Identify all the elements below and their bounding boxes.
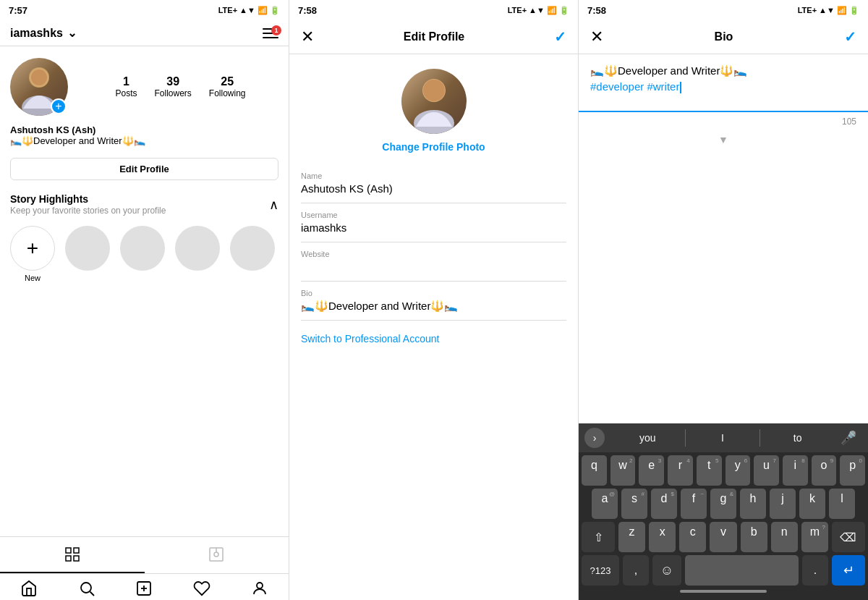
following-stat[interactable]: 25 Following	[209, 75, 246, 98]
shift-key[interactable]: ⇧	[582, 522, 615, 552]
tagged-icon	[208, 546, 225, 563]
highlights-collapse-icon[interactable]: ∧	[269, 197, 278, 213]
bio-header: ✕ Bio ✓	[579, 20, 868, 54]
bio-save-button[interactable]: ✓	[844, 28, 856, 46]
suggestion-i[interactable]: I	[686, 432, 760, 444]
comma-key[interactable]: ,	[623, 555, 649, 586]
heart-icon	[193, 580, 210, 597]
bio-field-group[interactable]: Bio 🛌🔱Developer and Writer🔱🛌	[301, 282, 566, 321]
key-i[interactable]: i8	[783, 455, 808, 486]
status-bar-1: 7:57 LTE+ ▲▼ 📶 🔋	[0, 0, 289, 20]
highlights-subtitle: Keep your favorite stories on your profi…	[10, 206, 166, 216]
swipe-down-indicator[interactable]: ▼	[579, 131, 868, 148]
key-o[interactable]: o9	[812, 455, 837, 486]
emoji-key[interactable]: ☺	[652, 555, 681, 586]
key-q[interactable]: q	[582, 455, 607, 486]
tab-tagged[interactable]	[145, 537, 289, 573]
name-input[interactable]	[301, 182, 566, 195]
bio-field-value: 🛌🔱Developer and Writer🔱🛌	[301, 300, 566, 313]
switch-pro-button[interactable]: Switch to Professional Account	[301, 333, 439, 345]
backspace-key[interactable]: ⌫	[832, 522, 865, 552]
space-key[interactable]	[685, 555, 799, 586]
enter-key[interactable]: ↵	[832, 555, 865, 586]
highlights-header-text: Story Highlights Keep your favorite stor…	[10, 193, 166, 216]
key-x[interactable]: x	[649, 522, 676, 552]
key-p[interactable]: p0	[840, 455, 865, 486]
menu-icon[interactable]: 1	[263, 28, 278, 38]
tab-grid[interactable]	[0, 537, 145, 573]
close-button[interactable]: ✕	[301, 28, 314, 46]
mic-icon[interactable]: 🎤	[835, 430, 862, 446]
home-indicator	[680, 590, 767, 593]
key-k[interactable]: k	[799, 489, 825, 519]
key-e[interactable]: e3	[639, 455, 664, 486]
key-z[interactable]: z	[618, 522, 645, 552]
key-y[interactable]: y6	[726, 455, 751, 486]
username-input[interactable]	[301, 221, 566, 234]
nav-profile[interactable]	[231, 580, 289, 597]
highlights-header: Story Highlights Keep your favorite stor…	[10, 193, 278, 216]
status-icons-1: LTE+ ▲▼ 📶 🔋	[218, 6, 280, 15]
nav-heart[interactable]	[173, 580, 231, 597]
svg-point-9	[214, 552, 218, 557]
profile-panel: 7:57 LTE+ ▲▼ 📶 🔋 iamashks ⌄ 1	[0, 0, 289, 600]
status-bar-3: 7:58 LTE+ ▲▼ 📶 🔋	[579, 0, 868, 20]
grid-icon	[64, 546, 81, 563]
key-l[interactable]: l	[829, 489, 855, 519]
new-highlight-circle[interactable]: +	[10, 226, 55, 271]
posts-stat[interactable]: 1 Posts	[115, 75, 137, 98]
add-icon	[135, 580, 153, 597]
highlights-title: Story Highlights	[10, 193, 166, 205]
key-b[interactable]: b	[741, 522, 767, 552]
nav-add[interactable]	[116, 580, 174, 597]
highlight-empty-1	[65, 226, 110, 271]
key-g[interactable]: g&	[710, 489, 736, 519]
svg-rect-6	[66, 556, 71, 561]
key-r[interactable]: r4	[668, 455, 693, 486]
change-photo-button[interactable]: Change Profile Photo	[382, 141, 485, 153]
nav-home[interactable]	[0, 580, 58, 597]
key-c[interactable]: c	[679, 522, 706, 552]
key-w[interactable]: w2	[610, 455, 636, 486]
suggestion-to[interactable]: to	[760, 432, 835, 444]
keyboard: › you I to 🎤 q w2 e3 r4 t5 y6 u7 i8 o9 p…	[579, 423, 868, 600]
key-a[interactable]: a@	[592, 489, 618, 519]
time-1: 7:57	[9, 5, 27, 16]
following-label: Following	[209, 88, 246, 98]
bio-close-button[interactable]: ✕	[590, 28, 603, 46]
edit-profile-button[interactable]: Edit Profile	[10, 158, 278, 180]
website-label: Website	[301, 250, 566, 258]
bio-panel: 7:58 LTE+ ▲▼ 📶 🔋 ✕ Bio ✓ 🛌🔱Developer and…	[579, 0, 868, 600]
key-t[interactable]: t5	[697, 455, 722, 486]
followers-stat[interactable]: 39 Followers	[154, 75, 191, 98]
followers-label: Followers	[154, 88, 191, 98]
key-v[interactable]: v	[710, 522, 736, 552]
key-u[interactable]: u7	[754, 455, 779, 486]
nav-search[interactable]	[58, 580, 116, 597]
edit-profile-header: ✕ Edit Profile ✓	[289, 20, 578, 54]
highlight-empty-3	[175, 226, 220, 271]
new-highlight-item[interactable]: + New	[10, 226, 55, 282]
website-input[interactable]	[301, 261, 566, 273]
suggestion-you[interactable]: you	[610, 432, 685, 444]
key-h[interactable]: h	[740, 489, 766, 519]
status-icons-2: LTE+ ▲▼ 📶 🔋	[508, 6, 569, 15]
bio-edit-area[interactable]: 🛌🔱Developer and Writer🔱🛌 #developer #wri…	[579, 54, 868, 112]
suggestion-expand-btn[interactable]: ›	[584, 428, 605, 448]
add-story-btn[interactable]: +	[51, 98, 67, 114]
period-key[interactable]: .	[802, 555, 828, 586]
edit-photo-area: Change Profile Photo	[289, 54, 578, 164]
key-n[interactable]: n	[771, 522, 798, 552]
username-area[interactable]: iamashks ⌄	[10, 26, 77, 40]
key-f[interactable]: f~	[681, 489, 707, 519]
name-field-group: Name	[301, 164, 566, 203]
switch-pro-area: Switch to Professional Account	[289, 321, 578, 357]
key-s[interactable]: s#	[621, 489, 647, 519]
save-button[interactable]: ✓	[554, 28, 566, 46]
key-j[interactable]: j	[770, 489, 796, 519]
key-m[interactable]: m?	[801, 522, 828, 552]
numbers-key[interactable]: ?123	[582, 555, 619, 586]
highlight-empty-4	[230, 226, 275, 271]
key-d[interactable]: d$	[651, 489, 677, 519]
svg-rect-7	[74, 556, 79, 561]
